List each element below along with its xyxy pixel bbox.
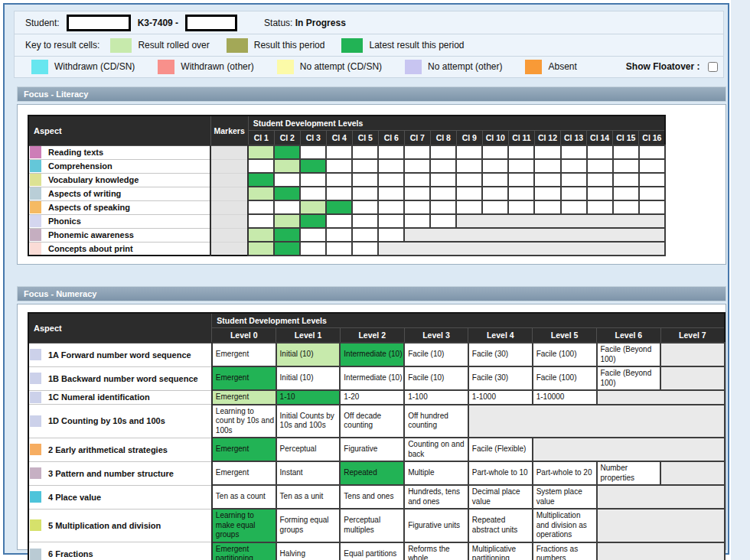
result-cell[interactable]	[508, 145, 534, 159]
result-cell[interactable]	[274, 228, 300, 242]
result-cell[interactable]: Multiplicative partitioning	[468, 542, 533, 560]
result-cell[interactable]	[378, 159, 404, 173]
result-cell[interactable]	[326, 214, 352, 228]
result-cell[interactable]	[300, 242, 326, 256]
result-cell[interactable]	[534, 145, 560, 159]
result-cell[interactable]	[378, 214, 404, 228]
result-cell[interactable]	[352, 214, 378, 228]
result-cell[interactable]: Facile (100)	[533, 366, 597, 390]
result-cell[interactable]: Decimal place value	[468, 485, 533, 509]
result-cell[interactable]: Halving	[276, 542, 341, 560]
result-cell[interactable]	[300, 145, 326, 159]
result-cell[interactable]	[508, 187, 534, 200]
result-cell[interactable]	[639, 159, 666, 173]
result-cell[interactable]	[587, 159, 613, 173]
result-cell[interactable]: Perceptual multiples	[340, 509, 404, 542]
result-cell[interactable]: 1-100	[404, 390, 468, 405]
result-cell[interactable]	[352, 173, 378, 187]
result-cell[interactable]	[274, 200, 300, 214]
result-cell[interactable]: 1-1000	[468, 390, 533, 405]
result-cell[interactable]	[561, 159, 587, 173]
result-cell[interactable]	[404, 145, 430, 159]
result-cell[interactable]: Intermediate (10)	[340, 343, 404, 366]
result-cell[interactable]	[248, 145, 274, 159]
result-cell[interactable]	[639, 173, 666, 187]
result-cell[interactable]	[248, 173, 274, 187]
result-cell[interactable]	[378, 145, 404, 159]
result-cell[interactable]: Emergent	[212, 343, 276, 366]
result-cell[interactable]	[639, 145, 666, 159]
result-cell[interactable]	[352, 187, 378, 200]
result-cell[interactable]: Initial (10)	[276, 343, 341, 366]
result-cell[interactable]	[248, 159, 274, 173]
result-cell[interactable]	[404, 159, 430, 173]
result-cell[interactable]: Instant	[276, 461, 341, 485]
result-cell[interactable]	[587, 187, 613, 200]
result-cell[interactable]	[326, 145, 352, 159]
result-cell[interactable]: Facile (30)	[468, 343, 533, 366]
result-cell[interactable]	[508, 173, 534, 187]
result-cell[interactable]: Multiple	[404, 461, 468, 485]
result-cell[interactable]: Initial (10)	[276, 366, 341, 390]
result-cell[interactable]	[534, 159, 560, 173]
show-floatover-checkbox[interactable]	[708, 62, 718, 72]
result-cell[interactable]: Emergent	[212, 390, 276, 405]
result-cell[interactable]: System place value	[533, 485, 597, 509]
result-cell[interactable]: Facile (Beyond 100)	[597, 366, 661, 390]
result-cell[interactable]: Off decade counting	[340, 405, 404, 438]
result-cell[interactable]: Facile (10)	[404, 366, 468, 390]
result-cell[interactable]: Figurative	[340, 438, 404, 461]
result-cell[interactable]	[430, 187, 456, 200]
result-cell[interactable]	[300, 200, 326, 214]
result-cell[interactable]	[378, 200, 404, 214]
result-cell[interactable]: Ten as a count	[212, 485, 276, 509]
result-cell[interactable]	[561, 145, 587, 159]
result-cell[interactable]: Counting on and back	[404, 438, 468, 461]
result-cell[interactable]	[430, 173, 456, 187]
result-cell[interactable]: Repeated	[340, 461, 404, 485]
result-cell[interactable]	[352, 228, 378, 242]
result-cell[interactable]	[639, 200, 666, 214]
result-cell[interactable]	[274, 242, 300, 256]
result-cell[interactable]	[300, 159, 326, 173]
result-cell[interactable]	[587, 173, 613, 187]
result-cell[interactable]: Learning to count by 10s and 100s	[212, 405, 276, 438]
result-cell[interactable]	[248, 187, 274, 200]
result-cell[interactable]	[430, 214, 456, 228]
result-cell[interactable]	[274, 159, 300, 173]
result-cell[interactable]: Intermediate (10)	[340, 366, 404, 390]
result-cell[interactable]: Initial Counts by 10s and 100s	[276, 405, 341, 438]
result-cell[interactable]	[326, 187, 352, 200]
result-cell[interactable]	[508, 200, 534, 214]
result-cell[interactable]: 1-10	[276, 390, 341, 405]
result-cell[interactable]	[404, 214, 430, 228]
result-cell[interactable]: 1-20	[340, 390, 404, 405]
result-cell[interactable]	[248, 228, 274, 242]
result-cell[interactable]	[378, 187, 404, 200]
result-cell[interactable]	[456, 173, 482, 187]
result-cell[interactable]: Reforms the whole	[404, 542, 468, 560]
result-cell[interactable]	[587, 145, 613, 159]
result-cell[interactable]	[326, 242, 352, 256]
result-cell[interactable]	[352, 145, 378, 159]
result-cell[interactable]	[456, 145, 482, 159]
result-cell[interactable]	[248, 242, 274, 256]
result-cell[interactable]	[352, 242, 378, 256]
result-cell[interactable]	[482, 159, 508, 173]
result-cell[interactable]	[482, 145, 508, 159]
result-cell[interactable]	[534, 200, 560, 214]
result-cell[interactable]: Repeated abstract units	[468, 509, 533, 542]
result-cell[interactable]	[300, 214, 326, 228]
result-cell[interactable]: Perceptual	[276, 438, 341, 461]
result-cell[interactable]: Fractions as numbers	[533, 542, 597, 560]
result-cell[interactable]	[326, 200, 352, 214]
result-cell[interactable]: Emergent partitioning	[212, 542, 276, 560]
result-cell[interactable]: Facile (Flexible)	[468, 438, 533, 461]
result-cell[interactable]	[534, 187, 560, 200]
result-cell[interactable]	[456, 187, 482, 200]
result-cell[interactable]	[613, 159, 639, 173]
result-cell[interactable]	[300, 228, 326, 242]
result-cell[interactable]: Facile (100)	[533, 343, 597, 366]
result-cell[interactable]	[456, 200, 482, 214]
result-cell[interactable]	[326, 228, 352, 242]
